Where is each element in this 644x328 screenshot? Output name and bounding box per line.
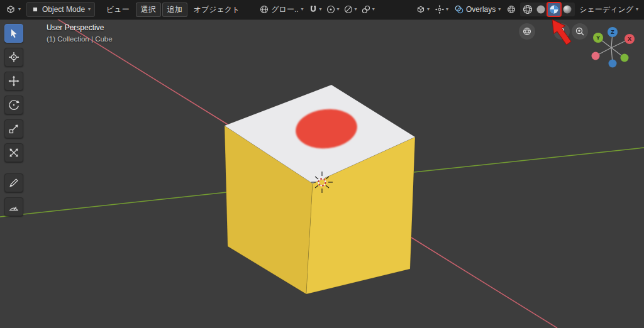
- overlays-icon: [454, 4, 464, 14]
- chevron-down-icon: ▾: [18, 7, 21, 12]
- tool-scale-button[interactable]: [4, 119, 23, 138]
- gizmo-y-label: Y: [596, 35, 600, 41]
- chevron-down-icon: ▾: [372, 7, 375, 12]
- proportional-falloff-dropdown[interactable]: ▾: [342, 3, 358, 16]
- chevron-down-icon: ▾: [301, 7, 304, 12]
- gizmos-dropdown[interactable]: ▾: [433, 3, 450, 16]
- measure-protractor-icon: [8, 201, 19, 212]
- shading-mode-group: [520, 3, 575, 16]
- menu-view[interactable]: ビュー: [101, 3, 135, 17]
- tool-measure-button[interactable]: [4, 197, 23, 216]
- header-menus: ビュー 選択 追加 オブジェクト: [101, 3, 245, 17]
- solid-sphere-icon: [535, 4, 547, 15]
- tool-cursor-button[interactable]: [4, 48, 23, 67]
- rendered-sphere-icon: [562, 4, 573, 15]
- xray-sphere-grid-icon: [506, 4, 516, 14]
- object-mode-icon: [31, 5, 40, 14]
- y-axis-line: [414, 148, 644, 172]
- blender-window: ▾ Object Mode ▾ ビュー 選択 追加 オブジェクト グロー.. ▾: [0, 0, 644, 328]
- snapping-dropdown[interactable]: ▾: [307, 3, 323, 16]
- tool-transform-button[interactable]: [4, 143, 23, 162]
- chevron-down-icon: ▾: [355, 7, 357, 12]
- hand-icon: [557, 26, 567, 36]
- overlays-label: Overlays: [466, 5, 496, 14]
- tool-move-button[interactable]: [4, 72, 23, 90]
- pan-view-button[interactable]: [553, 23, 570, 40]
- x-axis-line: [411, 238, 557, 328]
- magnet-icon: [308, 4, 318, 14]
- mode-dropdown-label: Object Mode: [42, 5, 85, 14]
- gizmo-axis-y-negative[interactable]: [621, 54, 629, 62]
- chevron-down-icon: ▾: [636, 7, 638, 12]
- viewport-3d[interactable]: Y Z X User Perspective (1) Collection | …: [0, 19, 644, 328]
- shading-label: シェーディング: [579, 4, 633, 15]
- object-types-visibility-dropdown[interactable]: ▾: [414, 3, 431, 16]
- gizmo-axis-x-negative[interactable]: [592, 52, 600, 60]
- gizmos-icon: [435, 4, 445, 14]
- tool-select-box-button[interactable]: [4, 24, 23, 43]
- gizmo-x-label: X: [628, 36, 631, 42]
- top-header: ▾ Object Mode ▾ ビュー 選択 追加 オブジェクト グロー.. ▾: [0, 0, 644, 19]
- menu-object[interactable]: オブジェクト: [189, 3, 245, 17]
- chevron-down-icon: ▾: [337, 7, 340, 12]
- menu-add[interactable]: 追加: [162, 3, 187, 17]
- chevron-down-icon: ▾: [319, 7, 322, 12]
- move-arrows-icon: [8, 75, 19, 87]
- scene-canvas: Y Z X: [0, 19, 644, 328]
- header-right-cluster: ▾ ▾ Overlays ▾: [414, 3, 640, 16]
- chevron-down-icon: ▾: [498, 7, 501, 12]
- sphere-grid-icon: [522, 26, 532, 36]
- projection-toggle-button[interactable]: [519, 23, 535, 40]
- view-perspective-label: User Perspective: [47, 23, 113, 32]
- viewport-editor-icon: [6, 4, 16, 14]
- shading-solid-button[interactable]: [535, 3, 547, 16]
- tool-rotate-button[interactable]: [4, 96, 23, 114]
- shading-wireframe-button[interactable]: [521, 3, 534, 16]
- navigation-gizmo[interactable]: Y Z X: [592, 27, 635, 68]
- annotate-pencil-icon: [8, 177, 19, 189]
- zoom-view-button[interactable]: [572, 23, 588, 40]
- magnifier-plus-icon: [575, 26, 585, 36]
- transform-icon: [8, 147, 19, 158]
- rotate-arc-icon: [8, 99, 19, 111]
- shading-rendered-button[interactable]: [561, 3, 574, 16]
- scale-icon: [8, 123, 19, 134]
- tool-annotate-button[interactable]: [4, 173, 23, 192]
- editor-type-button[interactable]: ▾: [4, 3, 23, 16]
- viewport-info-text: User Perspective (1) Collection | Cube: [47, 23, 113, 43]
- select-cursor-icon: [8, 28, 19, 39]
- y-axis-line: [0, 192, 226, 217]
- tool-bar: [4, 24, 23, 216]
- chevron-down-icon: ▾: [446, 7, 448, 12]
- mode-dropdown[interactable]: Object Mode ▾: [26, 2, 95, 17]
- proportional-circle-icon: [326, 4, 336, 14]
- overlays-dropdown[interactable]: Overlays ▾: [452, 3, 502, 16]
- collection-breadcrumb: (1) Collection | Cube: [47, 35, 113, 43]
- chain-link-icon: [361, 4, 371, 14]
- wireframe-sphere-icon: [522, 4, 533, 15]
- xray-toggle[interactable]: [505, 3, 518, 16]
- chevron-down-icon: ▾: [88, 7, 91, 12]
- orientation-label: グロー..: [271, 4, 298, 15]
- shading-material-preview-button[interactable]: [548, 3, 560, 16]
- 3d-cursor-tool-icon: [8, 52, 19, 63]
- object-types-cube-icon: [416, 4, 426, 14]
- chain-link-dropdown[interactable]: ▾: [360, 3, 376, 16]
- gizmo-z-label: Z: [611, 29, 614, 35]
- gizmo-axis-z-negative[interactable]: [609, 60, 617, 68]
- menu-select[interactable]: 選択: [136, 3, 161, 17]
- proportional-editing-dropdown[interactable]: ▾: [325, 3, 341, 16]
- shading-settings-dropdown[interactable]: シェーディング ▾: [577, 3, 640, 16]
- chevron-down-icon: ▾: [427, 7, 430, 12]
- material-preview-sphere-icon: [548, 4, 560, 15]
- orientation-dropdown[interactable]: グロー.. ▾: [257, 3, 305, 16]
- orientation-globe-icon: [259, 4, 269, 14]
- slashed-circle-icon: [343, 4, 353, 14]
